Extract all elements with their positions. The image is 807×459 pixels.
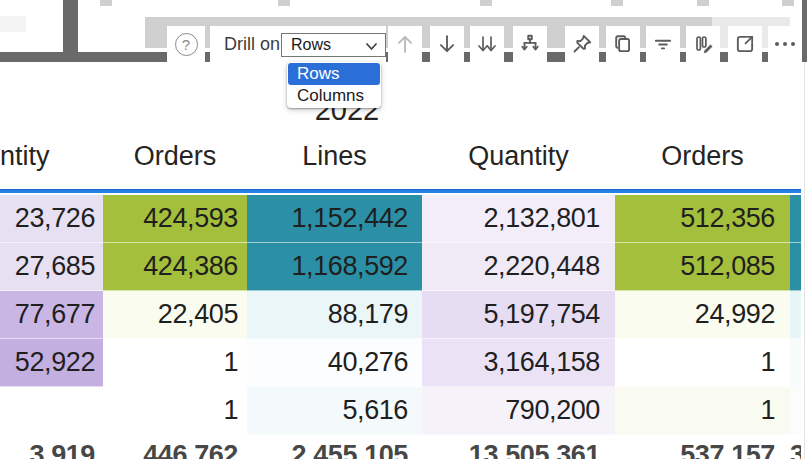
column-header[interactable]: Lines bbox=[247, 139, 422, 173]
drill-up-button[interactable] bbox=[388, 26, 422, 62]
matrix-cell[interactable]: 424,386 bbox=[103, 243, 247, 291]
column-header[interactable] bbox=[790, 139, 801, 173]
more-options-icon bbox=[775, 42, 779, 46]
help-button[interactable]: ? bbox=[167, 26, 205, 62]
matrix-cell[interactable] bbox=[790, 387, 801, 435]
personalize-icon bbox=[691, 33, 715, 55]
page-underlay-tick bbox=[782, 0, 794, 6]
matrix-cell[interactable]: 52,922 bbox=[0, 339, 103, 387]
matrix-cell[interactable]: 1 bbox=[103, 339, 247, 387]
matrix-cell[interactable] bbox=[790, 195, 801, 243]
copy-visual-button[interactable] bbox=[606, 26, 640, 62]
matrix-cell[interactable]: 1 bbox=[615, 339, 790, 387]
matrix-column-header-row: ntityOrdersLinesQuantityOrders bbox=[0, 139, 801, 173]
matrix-row: 77,67722,40588,1795,197,75424,992 bbox=[0, 291, 801, 339]
column-header[interactable]: Orders bbox=[615, 139, 790, 173]
page-underlay-tick bbox=[100, 0, 112, 6]
filter-icon bbox=[652, 33, 674, 55]
drill-down-button[interactable] bbox=[430, 26, 464, 62]
matrix-total-cell[interactable]: 446,762 bbox=[103, 437, 247, 459]
drill-on-select[interactable]: Rows bbox=[281, 33, 386, 57]
chevron-down-icon bbox=[365, 40, 378, 53]
matrix-cell[interactable]: 2,220,448 bbox=[422, 243, 615, 291]
column-header[interactable]: ntity bbox=[0, 139, 103, 173]
matrix-totals-row: 3,919446,7622,455,10513,505,361537,1573 bbox=[0, 437, 801, 459]
matrix-cell[interactable]: 3,164,158 bbox=[422, 339, 615, 387]
copy-icon bbox=[612, 33, 634, 55]
matrix-cell[interactable]: 424,593 bbox=[103, 195, 247, 243]
scrollbar-thumb[interactable] bbox=[802, 0, 807, 62]
matrix-cell[interactable] bbox=[790, 339, 801, 387]
help-icon: ? bbox=[175, 33, 198, 56]
matrix-total-cell[interactable]: 13,505,361 bbox=[422, 437, 615, 459]
page-underlay-tick bbox=[278, 0, 290, 6]
matrix-row: 15,616790,2001 bbox=[0, 387, 801, 435]
powerbi-report-screen: ? Drill on Rows bbox=[0, 0, 807, 459]
matrix-cell[interactable]: 5,616 bbox=[247, 387, 422, 435]
page-underlay-tick bbox=[697, 0, 709, 6]
matrix-total-cell[interactable]: 537,157 bbox=[615, 437, 790, 459]
expand-all-button[interactable] bbox=[513, 26, 547, 62]
matrix-body: 23,726424,5931,152,4422,132,801512,35627… bbox=[0, 195, 801, 435]
matrix-cell[interactable] bbox=[790, 291, 801, 339]
focus-mode-icon bbox=[734, 33, 756, 55]
matrix-row: 23,726424,5931,152,4422,132,801512,356 bbox=[0, 195, 801, 243]
pin-visual-button[interactable] bbox=[565, 26, 599, 62]
matrix-cell[interactable]: 77,677 bbox=[0, 291, 103, 339]
drill-on-dropdown-menu: Rows Columns bbox=[287, 62, 381, 108]
matrix-cell[interactable]: 2,132,801 bbox=[422, 195, 615, 243]
matrix-cell[interactable]: 512,085 bbox=[615, 243, 790, 291]
matrix-header-separator bbox=[0, 189, 801, 193]
matrix-cell[interactable]: 88,179 bbox=[247, 291, 422, 339]
column-header[interactable]: Quantity bbox=[422, 139, 615, 173]
drill-next-level-icon bbox=[475, 33, 499, 55]
matrix-total-cell[interactable]: 3 bbox=[790, 437, 801, 459]
drill-on-label: Drill on bbox=[224, 26, 280, 62]
matrix-cell[interactable]: 512,356 bbox=[615, 195, 790, 243]
page-underlay-block bbox=[0, 16, 26, 32]
focus-mode-button[interactable] bbox=[728, 26, 762, 62]
drill-next-level-button[interactable] bbox=[470, 26, 504, 62]
matrix-cell[interactable]: 790,200 bbox=[422, 387, 615, 435]
matrix-row: 52,922140,2763,164,1581 bbox=[0, 339, 801, 387]
matrix-cell[interactable]: 24,992 bbox=[615, 291, 790, 339]
matrix-cell[interactable]: 1,152,442 bbox=[247, 195, 422, 243]
matrix-cell[interactable]: 5,197,754 bbox=[422, 291, 615, 339]
matrix-cell[interactable]: 1 bbox=[615, 387, 790, 435]
scrollbar-track[interactable] bbox=[804, 62, 805, 459]
filters-button[interactable] bbox=[646, 26, 680, 62]
drill-on-select-value: Rows bbox=[291, 36, 331, 54]
drill-on-panel: Drill on Rows bbox=[210, 26, 386, 62]
matrix-cell[interactable]: 27,685 bbox=[0, 243, 103, 291]
matrix-cell[interactable]: 23,726 bbox=[0, 195, 103, 243]
matrix-cell[interactable] bbox=[0, 387, 103, 435]
column-header[interactable]: Orders bbox=[103, 139, 247, 173]
matrix-cell[interactable]: 1,168,592 bbox=[247, 243, 422, 291]
expand-all-icon bbox=[519, 33, 541, 55]
matrix-row: 27,685424,3861,168,5922,220,448512,085 bbox=[0, 243, 801, 291]
personalize-visual-button[interactable] bbox=[686, 26, 720, 62]
matrix-cell[interactable]: 40,276 bbox=[247, 339, 422, 387]
pin-icon bbox=[571, 33, 593, 55]
drill-down-icon bbox=[436, 33, 458, 55]
more-options-button[interactable] bbox=[768, 26, 802, 62]
matrix-total-cell[interactable]: 3,919 bbox=[0, 437, 103, 459]
matrix-cell[interactable]: 1 bbox=[103, 387, 247, 435]
drill-up-icon bbox=[394, 33, 416, 55]
page-underlay-tick bbox=[611, 0, 623, 6]
matrix-cell[interactable] bbox=[790, 243, 801, 291]
matrix-total-cell[interactable]: 2,455,105 bbox=[247, 437, 422, 459]
matrix-cell[interactable]: 22,405 bbox=[103, 291, 247, 339]
page-underlay-tick bbox=[480, 0, 492, 6]
menu-item-columns[interactable]: Columns bbox=[288, 85, 380, 107]
menu-item-rows[interactable]: Rows bbox=[288, 63, 380, 85]
